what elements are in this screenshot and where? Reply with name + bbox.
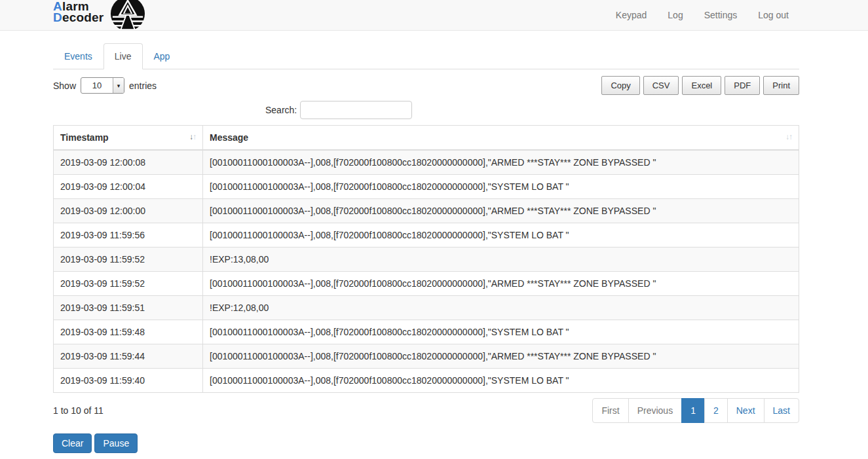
- table-row: 2019-03-09 12:00:00 [00100011000100003A-…: [54, 199, 799, 223]
- table-cell-message: !EXP:13,08,00: [203, 248, 799, 272]
- nav-item-log[interactable]: Log: [657, 0, 693, 30]
- export-button-group: Copy CSV Excel PDF Print: [601, 76, 799, 95]
- table-toolbar: Show 10 ▾ entries Copy CSV Excel PDF Pri…: [53, 76, 799, 95]
- table-row: 2019-03-09 11:59:56 [00100011000100003A-…: [54, 223, 799, 248]
- tab-app[interactable]: App: [143, 43, 181, 69]
- nav-item-keypad[interactable]: Keypad: [605, 0, 657, 30]
- table-body: 2019-03-09 12:00:08 [00100011000100003A-…: [54, 150, 799, 393]
- table-row: 2019-03-09 11:59:52 [00100011000100003A-…: [54, 272, 799, 296]
- pagination-page-1[interactable]: 1: [681, 398, 705, 423]
- table-cell-message: [00100011000100003A--],008,[f702000f1008…: [203, 272, 799, 296]
- search-input[interactable]: [300, 101, 412, 119]
- excel-button[interactable]: Excel: [682, 76, 721, 95]
- table-row: 2019-03-09 11:59:40 [00100011000100003A-…: [54, 369, 799, 393]
- table-cell-timestamp: 2019-03-09 12:00:00: [54, 199, 203, 223]
- navbar: Alarm Decoder Keypad Log Settings Log ou…: [0, 0, 868, 31]
- column-header-timestamp[interactable]: Timestamp ↓↑: [54, 126, 203, 151]
- navbar-links: Keypad Log Settings Log out: [605, 0, 799, 30]
- table-footer: 1 to 10 of 11 First Previous 1 2 Next La…: [53, 398, 799, 423]
- entries-select-value: 10: [81, 78, 113, 93]
- column-header-message[interactable]: Message ↓↑: [203, 126, 799, 151]
- table-cell-timestamp: 2019-03-09 11:59:40: [54, 369, 203, 393]
- csv-button[interactable]: CSV: [643, 76, 679, 95]
- entries-label: entries: [129, 81, 157, 91]
- pagination-first[interactable]: First: [592, 398, 628, 423]
- table-row: 2019-03-09 11:59:44 [00100011000100003A-…: [54, 344, 799, 369]
- nav-item-logout[interactable]: Log out: [747, 0, 799, 30]
- sort-descending-icon: ↓↑: [189, 132, 196, 141]
- table-cell-message: [00100011000100003A--],008,[f702000f1008…: [203, 150, 799, 175]
- pause-button[interactable]: Pause: [94, 433, 138, 453]
- table-header-row: Timestamp ↓↑ Message ↓↑: [54, 126, 799, 151]
- table-row: 2019-03-09 11:59:51 !EXP:12,08,00: [54, 296, 799, 320]
- pagination: First Previous 1 2 Next Last: [592, 398, 799, 423]
- table-cell-timestamp: 2019-03-09 11:59:48: [54, 320, 203, 344]
- table-cell-timestamp: 2019-03-09 12:00:08: [54, 150, 203, 175]
- table-cell-timestamp: 2019-03-09 12:00:04: [54, 175, 203, 199]
- show-label: Show: [53, 81, 76, 91]
- nav-item-settings[interactable]: Settings: [694, 0, 748, 30]
- clear-button[interactable]: Clear: [53, 433, 92, 453]
- table-cell-message: !EXP:12,08,00: [203, 296, 799, 320]
- tab-events[interactable]: Events: [53, 43, 104, 69]
- table-row: 2019-03-09 11:59:48 [00100011000100003A-…: [54, 320, 799, 344]
- table-cell-timestamp: 2019-03-09 11:59:52: [54, 248, 203, 272]
- action-button-group: Clear Pause: [53, 433, 799, 459]
- search-control: Search:: [265, 101, 799, 119]
- table-row: 2019-03-09 12:00:04 [00100011000100003A-…: [54, 175, 799, 199]
- table-cell-message: [00100011000100003A--],008,[f702000f1008…: [203, 199, 799, 223]
- table-cell-message: [00100011000100003A--],008,[f702000f1008…: [203, 320, 799, 344]
- column-header-timestamp-label: Timestamp: [60, 132, 109, 143]
- table-cell-message: [00100011000100003A--],008,[f702000f1008…: [203, 369, 799, 393]
- search-label: Search:: [265, 105, 297, 115]
- entries-select[interactable]: 10 ▾: [81, 77, 124, 94]
- pdf-button[interactable]: PDF: [725, 76, 760, 95]
- show-entries-control: Show 10 ▾ entries: [53, 77, 157, 94]
- copy-button[interactable]: Copy: [601, 76, 639, 95]
- sort-unsorted-icon: ↓↑: [785, 132, 792, 141]
- brand-line2-accent: D: [53, 10, 62, 24]
- table-cell-timestamp: 2019-03-09 11:59:52: [54, 272, 203, 296]
- brand-line2-rest: ecoder: [62, 10, 104, 24]
- main-content: Events Live App Show 10 ▾ entries Copy C…: [53, 43, 799, 459]
- table-cell-timestamp: 2019-03-09 11:59:56: [54, 223, 203, 248]
- lighthouse-icon: [110, 0, 145, 31]
- brand-logo[interactable]: Alarm Decoder: [53, 1, 145, 31]
- table-cell-timestamp: 2019-03-09 11:59:44: [54, 344, 203, 369]
- chevron-down-icon: ▾: [113, 78, 124, 93]
- tab-live[interactable]: Live: [104, 43, 143, 69]
- table-cell-timestamp: 2019-03-09 11:59:51: [54, 296, 203, 320]
- pagination-previous[interactable]: Previous: [628, 398, 682, 423]
- print-button[interactable]: Print: [763, 76, 799, 95]
- pagination-page-2[interactable]: 2: [704, 398, 728, 423]
- tab-bar: Events Live App: [53, 43, 799, 69]
- log-table: Timestamp ↓↑ Message ↓↑ 2019-03-09 12:00…: [53, 125, 799, 393]
- brand-title: Alarm Decoder: [53, 1, 104, 23]
- table-row: 2019-03-09 11:59:52 !EXP:13,08,00: [54, 248, 799, 272]
- table-cell-message: [00100011000100003A--],008,[f702000f1008…: [203, 175, 799, 199]
- table-cell-message: [00100011000100003A--],008,[f702000f1008…: [203, 223, 799, 248]
- pagination-next[interactable]: Next: [727, 398, 764, 423]
- column-header-message-label: Message: [210, 132, 248, 143]
- pagination-last[interactable]: Last: [764, 398, 799, 423]
- table-row: 2019-03-09 12:00:08 [00100011000100003A-…: [54, 150, 799, 175]
- table-info: 1 to 10 of 11: [53, 405, 104, 416]
- table-cell-message: [00100011000100003A--],008,[f702000f1008…: [203, 344, 799, 369]
